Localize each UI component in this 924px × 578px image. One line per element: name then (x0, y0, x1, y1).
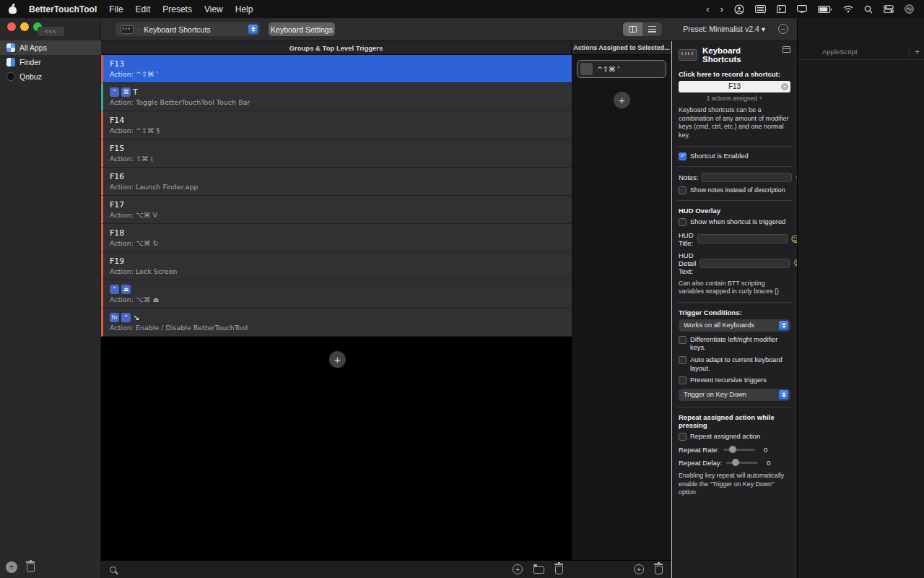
repeat-rate-slider[interactable] (723, 449, 755, 451)
shortcut-recorder-field[interactable]: F13 × (679, 81, 790, 92)
keyboards-condition-select[interactable]: Works on all Keyboards (679, 319, 790, 332)
assigned-actions-column: ^⇧⌘ ' + (572, 55, 671, 560)
delete-app-icon[interactable] (27, 564, 35, 572)
menu-view[interactable]: View (204, 4, 223, 14)
app-menu-title[interactable]: BetterTouchTool (29, 4, 97, 14)
actions-assigned-label[interactable]: 1 actions assigned + (679, 95, 790, 102)
keyboard-icon[interactable] (755, 5, 766, 13)
hud-title-input[interactable] (697, 234, 788, 243)
keyboard-icon (679, 49, 697, 61)
apple-menu-icon[interactable] (9, 4, 17, 14)
hud-detail-label: HUD Detail Text: (679, 251, 696, 275)
checkbox-icon (679, 186, 687, 194)
sidebar-collapse-button[interactable]: <<< (38, 27, 64, 36)
close-window-button[interactable] (7, 22, 16, 31)
columns-view-button[interactable] (623, 22, 642, 36)
checkbox-icon (679, 433, 687, 441)
triggers-column-header: Groups & Top Level Triggers (101, 41, 572, 55)
modifier-badge-eject: ⏏ (121, 285, 131, 294)
trigger-timing-select[interactable]: Trigger on Key Down (679, 389, 790, 401)
list-view-icon (648, 26, 656, 33)
menu-presets[interactable]: Presets (162, 4, 192, 14)
inspector-title: Keyboard Shortcuts (702, 46, 777, 64)
assigned-action-item[interactable]: ^⇧⌘ ' (577, 60, 666, 78)
checkbox-icon (679, 376, 687, 384)
trigger-row-f15[interactable]: F15 Action: ⇧⌘ ( (101, 139, 572, 168)
user-icon[interactable] (734, 4, 744, 14)
trigger-row-f17[interactable]: F17 Action: ⌥⌘ V (101, 196, 572, 224)
show-notes-checkbox[interactable]: Show notes instead of description (679, 186, 790, 194)
trigger-row-f18[interactable]: F18 Action: ⌥⌘ ↻ (101, 224, 572, 252)
modifier-badge-ctrl: ⌃ (110, 285, 119, 294)
trigger-row-touchbar-toggle[interactable]: ⌃ ⌘ T Action: Toggle BetterTouchTool Tou… (101, 83, 572, 111)
menu-file[interactable]: File (109, 4, 123, 14)
hud-title-label: HUD Title: (679, 231, 694, 247)
hud-overlay-title: HUD Overlay (679, 207, 790, 215)
display-icon[interactable] (797, 5, 807, 13)
clear-shortcut-icon[interactable]: × (781, 83, 788, 90)
minimize-window-button[interactable] (20, 22, 29, 31)
chevron-left-icon[interactable]: ‹ (706, 4, 709, 14)
all-apps-icon (6, 43, 15, 52)
keyboard-mini-icon (121, 25, 134, 34)
add-action-icon[interactable]: + (634, 564, 644, 574)
trigger-inspector-panel: Keyboard Shortcuts Click here to record … (671, 41, 797, 578)
auto-adapt-layout-checkbox[interactable]: Auto adapt to current keyboard layout. (679, 356, 790, 373)
add-trigger-button[interactable]: + (329, 351, 346, 368)
repeat-section-title: Repeat assigned action while pressing (679, 413, 790, 429)
sidebar-item-finder[interactable]: Finder (0, 55, 101, 69)
delete-trigger-icon[interactable] (555, 566, 563, 574)
tab-applescript[interactable]: AppleScript (822, 48, 858, 56)
notes-label: Notes: (679, 173, 698, 181)
trigger-row-ctrl-eject[interactable]: ⌃ ⏏ Action: ⌥⌘ ⏏ (101, 280, 572, 309)
window-toolbar: · Keyboard Shortcuts Keyboard Settings P… (101, 18, 797, 41)
trigger-type-select[interactable]: · Keyboard Shortcuts (116, 22, 260, 36)
trigger-row-f19[interactable]: F19 Action: Lock Screen (101, 252, 572, 280)
search-icon[interactable] (864, 5, 873, 14)
list-view-button[interactable] (642, 22, 662, 36)
add-trigger-icon[interactable]: + (513, 564, 523, 574)
shortcut-enabled-checkbox[interactable]: ✓ Shortcut is Enabled (679, 152, 790, 161)
slider-knob[interactable] (732, 459, 739, 466)
menu-edit[interactable]: Edit (136, 4, 151, 14)
remove-preset-button[interactable]: − (778, 24, 788, 34)
search-triggers-icon[interactable] (110, 566, 116, 573)
chevron-right-icon[interactable]: › (720, 4, 723, 14)
delete-action-icon[interactable] (655, 566, 663, 574)
detach-window-icon[interactable] (783, 46, 790, 53)
wifi-icon[interactable] (843, 5, 853, 13)
terminal-icon[interactable] (777, 5, 786, 13)
slider-knob[interactable] (729, 446, 736, 453)
checkbox-icon (679, 336, 687, 344)
trigger-row-f13[interactable]: F13 Action: ^⇧⌘ ' (101, 55, 572, 83)
keyboard-settings-button[interactable]: Keyboard Settings (269, 22, 335, 36)
sidebar-item-qobuz[interactable]: Qobuz (0, 69, 101, 84)
hud-show-checkbox[interactable]: Show when shortcut is triggered (679, 218, 790, 227)
add-app-button[interactable]: + (6, 561, 17, 573)
repeat-rate-value: 0 (764, 447, 767, 454)
control-center-icon[interactable] (884, 5, 894, 13)
differentiate-modifiers-checkbox[interactable]: Differentiate left/right modifier keys. (679, 336, 790, 353)
trigger-row-f14[interactable]: F14 Action: ^⇧⌘ § (101, 111, 572, 139)
battery-icon[interactable] (818, 6, 832, 13)
repeat-delay-slider[interactable] (726, 462, 758, 464)
shortcut-description: Keyboard shortcuts can be a combination … (679, 106, 790, 140)
trigger-row-f16[interactable]: F16 Action: Launch Finder.app (101, 168, 572, 196)
trigger-row-fn-ctrl[interactable]: fn ⌃ ↘ Action: Enable / Disable BetterTo… (101, 309, 572, 337)
sidebar-item-all-apps[interactable]: All Apps (0, 40, 101, 55)
columns-view-icon (629, 26, 637, 33)
preset-selector[interactable]: Preset: Minimalist v2.4 ▾ (683, 25, 765, 33)
repeat-hint: Enabling key repeat will automatically e… (679, 472, 790, 496)
menu-help[interactable]: Help (235, 4, 253, 14)
prevent-recursive-checkbox[interactable]: Prevent recursive triggers (679, 376, 790, 385)
repeat-rate-label: Repeat Rate: (679, 446, 719, 454)
qobuz-icon (6, 72, 15, 81)
hud-detail-input[interactable] (699, 259, 790, 268)
add-group-folder-icon[interactable] (533, 566, 544, 574)
siri-icon[interactable] (905, 4, 914, 14)
notes-input[interactable] (702, 173, 792, 182)
add-action-button[interactable]: + (614, 92, 630, 108)
add-tab-button[interactable]: + (909, 44, 924, 60)
repeat-action-checkbox[interactable]: Repeat assigned action (679, 433, 790, 441)
popup-arrows-icon (779, 321, 788, 330)
